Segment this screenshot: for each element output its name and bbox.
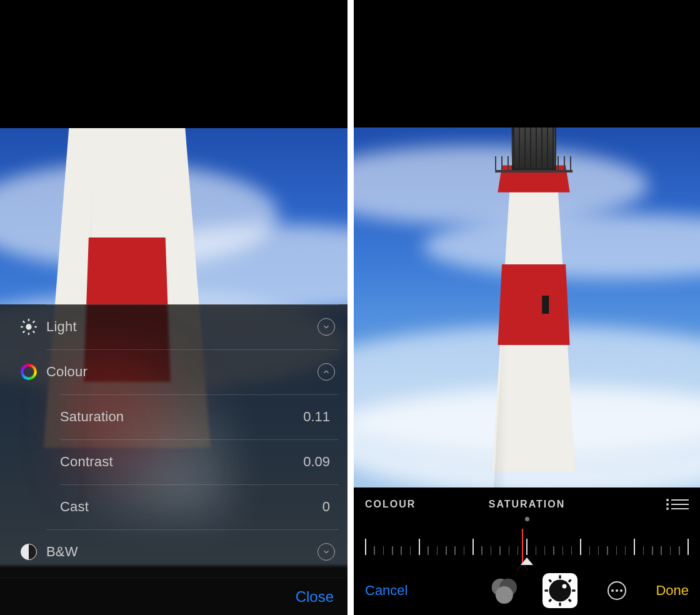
photo-preview xyxy=(354,128,700,488)
chevron-up-icon xyxy=(318,363,335,381)
panel-adjust-slider: COLOUR SATURATION Cancel xyxy=(354,0,700,615)
crop-icon xyxy=(429,573,464,608)
adjust-cast[interactable]: Cast 0 xyxy=(0,484,348,529)
colour-ring-icon xyxy=(21,364,37,380)
chevron-down-icon xyxy=(318,318,335,336)
adjust-cast-label: Cast xyxy=(60,499,322,515)
category-bw-label: B&W xyxy=(46,544,318,560)
panel-adjust-list: Light Colour Saturation 0.11 Contrast 0.… xyxy=(0,0,348,615)
close-button[interactable]: Close xyxy=(0,578,348,615)
svg-line-18 xyxy=(569,599,571,602)
page-indicator xyxy=(354,515,700,522)
svg-line-20 xyxy=(569,580,571,582)
adjust-button[interactable] xyxy=(542,573,578,608)
svg-line-17 xyxy=(549,580,552,582)
svg-point-21 xyxy=(562,584,567,589)
svg-point-0 xyxy=(26,324,31,329)
category-bw[interactable]: B&W xyxy=(0,529,348,574)
adjustments-sheet: Light Colour Saturation 0.11 Contrast 0.… xyxy=(0,304,348,615)
category-light[interactable]: Light xyxy=(0,304,348,349)
adjust-cast-value: 0 xyxy=(322,499,330,515)
header-category-label: COLOUR xyxy=(365,499,416,510)
chevron-down-icon xyxy=(318,543,335,561)
svg-point-12 xyxy=(549,580,571,602)
dial-icon xyxy=(542,573,578,608)
filters-icon xyxy=(486,573,521,608)
cancel-button[interactable]: Cancel xyxy=(365,582,408,599)
slider-pointer xyxy=(521,558,533,565)
filters-button[interactable] xyxy=(486,573,521,608)
svg-line-6 xyxy=(33,331,35,333)
category-colour[interactable]: Colour xyxy=(0,349,348,394)
close-button-label: Close xyxy=(296,588,334,606)
adjust-contrast-value: 0.09 xyxy=(303,454,330,470)
svg-line-19 xyxy=(549,599,552,602)
lighthouse-graphic xyxy=(464,128,603,488)
bw-icon xyxy=(21,544,37,560)
more-button[interactable] xyxy=(599,573,634,608)
svg-line-5 xyxy=(23,321,25,323)
adjust-contrast[interactable]: Contrast 0.09 xyxy=(0,439,348,484)
adjust-contrast-label: Contrast xyxy=(60,454,303,470)
svg-line-8 xyxy=(33,321,35,323)
category-light-label: Light xyxy=(46,319,318,335)
adjust-bottom-bar: COLOUR SATURATION Cancel xyxy=(354,488,700,615)
list-icon[interactable] xyxy=(671,499,689,509)
adjust-saturation-label: Saturation xyxy=(60,409,303,425)
done-button[interactable]: Done xyxy=(656,582,689,599)
value-slider[interactable] xyxy=(354,526,700,564)
svg-point-11 xyxy=(496,586,513,604)
adjust-saturation[interactable]: Saturation 0.11 xyxy=(0,394,348,439)
more-icon xyxy=(608,581,626,600)
sun-icon xyxy=(20,318,38,336)
crop-button[interactable] xyxy=(429,573,464,608)
svg-line-7 xyxy=(23,331,25,333)
category-colour-label: Colour xyxy=(46,364,318,380)
adjust-saturation-value: 0.11 xyxy=(303,409,330,425)
